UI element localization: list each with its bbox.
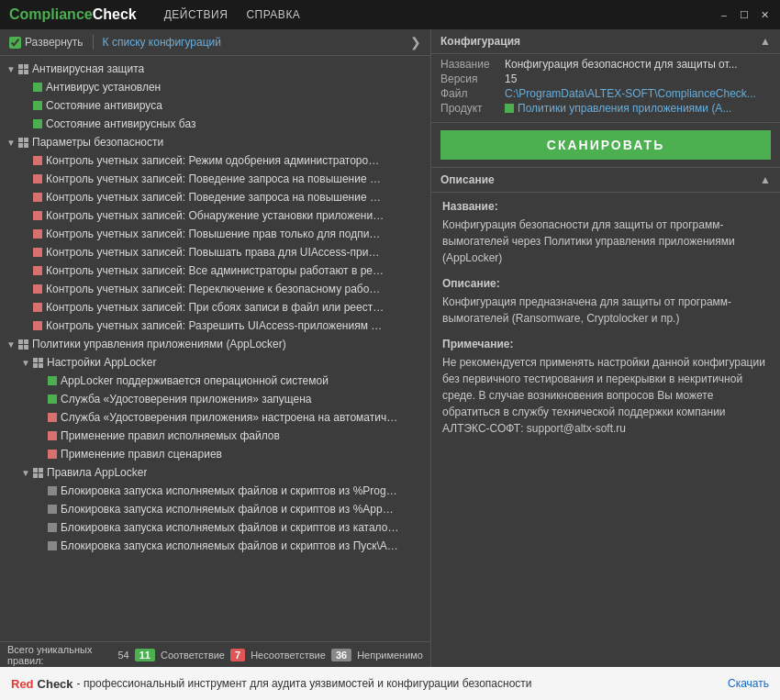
tree-label: Блокировка запуска исполняемых файлов и … (61, 503, 400, 516)
tree-toggle-icon: ▼ (20, 467, 31, 478)
brand-red: Red (11, 677, 34, 691)
tree-toggle-icon (20, 82, 31, 93)
expand-checkbox-input[interactable] (9, 37, 21, 49)
config-row: ПродуктПолитики управления приложениями … (440, 102, 771, 115)
tree-toggle-icon (35, 485, 46, 496)
tree-toggle-icon: ▼ (6, 339, 17, 350)
tree-item[interactable]: Антивирус установлен (0, 78, 430, 96)
tree-item[interactable]: Применение правил сценариев (0, 445, 430, 463)
back-link[interactable]: К списку конфигураций (103, 36, 221, 49)
tree-label: Контроль учетных записей: Поведение запр… (46, 172, 385, 185)
status-icon (48, 523, 57, 532)
tree-item[interactable]: Контроль учетных записей: Обнаружение ус… (0, 206, 430, 225)
tree-label: Контроль учетных записей: Режим одобрени… (46, 154, 385, 167)
tree-toggle-icon (35, 540, 46, 551)
tree-container[interactable]: ▼Антивирусная защитаАнтивирус установлен… (0, 56, 430, 641)
tree-label: Контроль учетных записей: Разрешить UIAc… (46, 319, 385, 332)
group-icon (18, 138, 28, 148)
menu-help[interactable]: СПРАВКА (246, 8, 300, 21)
tree-toggle-icon: ▼ (20, 357, 31, 368)
maximize-button[interactable]: ☐ (738, 8, 751, 21)
tree-item[interactable]: ▼Настройки AppLocker (0, 353, 430, 372)
total-label: Всего уникальных правил: (7, 644, 112, 666)
tree-item[interactable]: Блокировка запуска исполняемых файлов и … (0, 537, 430, 555)
tree-item[interactable]: Контроль учетных записей: Режим одобрени… (0, 151, 430, 170)
status-icon (48, 431, 57, 440)
tree-item[interactable]: Блокировка запуска исполняемых файлов и … (0, 518, 430, 537)
config-section: Конфигурация ▲ НазваниеКонфигурация безо… (431, 29, 780, 123)
tree-toggle-icon (35, 430, 46, 441)
status-icon (33, 284, 42, 294)
config-key: Продукт (440, 102, 505, 115)
notapplicable-label: Неприменимо (357, 650, 423, 661)
tree-item[interactable]: AppLocker поддерживается операционной си… (0, 372, 430, 390)
tree-item[interactable]: ▼Параметры безопасности (0, 133, 430, 151)
tree-item[interactable]: Состояние антивируса (0, 96, 430, 115)
config-row: ФайлC:\ProgramData\ALTEX-SOFT\Compliance… (440, 87, 771, 100)
tree-item[interactable]: Состояние антивирусных баз (0, 115, 430, 133)
title-bar-controls: – ☐ ✕ (718, 8, 771, 21)
tree-item[interactable]: Служба «Удостоверения приложения» запуще… (0, 390, 430, 408)
close-button[interactable]: ✕ (758, 8, 771, 21)
tree-item[interactable]: Контроль учетных записей: Все администра… (0, 261, 430, 280)
tree-item[interactable]: ▼Правила AppLocker (0, 463, 430, 482)
desc-block: Примечание:Не рекомендуется применять на… (442, 338, 769, 437)
tree-toggle-icon (35, 375, 46, 386)
config-key: Файл (440, 87, 505, 100)
download-link[interactable]: Скачать (728, 677, 769, 690)
tree-toggle-icon (20, 302, 31, 313)
noncompliance-badge: 7 (230, 649, 245, 661)
status-icon (33, 229, 42, 239)
tree-item[interactable]: Контроль учетных записей: Переключение к… (0, 280, 430, 298)
minimize-button[interactable]: – (718, 8, 730, 21)
tree-label: Служба «Удостоверения приложения» настро… (61, 411, 400, 424)
group-icon (18, 64, 28, 74)
tree-item[interactable]: Контроль учетных записей: При сбоях запи… (0, 298, 430, 317)
toolbar-divider (93, 35, 94, 50)
tree-item[interactable]: Контроль учетных записей: Повышение прав… (0, 225, 430, 243)
config-collapse-icon[interactable]: ▲ (760, 35, 771, 48)
tree-label: Контроль учетных записей: Повышение прав… (46, 228, 385, 240)
tree-item[interactable]: Контроль учетных записей: Поведение запр… (0, 188, 430, 206)
menu-actions[interactable]: ДЕЙСТВИЯ (164, 8, 228, 21)
desc-block: Название:Конфигурация безопасности для з… (442, 200, 769, 266)
tree-item[interactable]: Блокировка запуска исполняемых файлов и … (0, 500, 430, 518)
tree-label: Состояние антивирусных баз (46, 117, 195, 130)
status-icon (48, 450, 57, 459)
status-icon (33, 119, 42, 128)
status-icon (33, 101, 42, 110)
tree-item[interactable]: Контроль учетных записей: Поведение запр… (0, 170, 430, 188)
config-value[interactable]: C:\ProgramData\ALTEX-SOFT\ComplianceChec… (505, 87, 771, 100)
bottom-text: - профессиональный инструмент для аудита… (77, 677, 532, 690)
desc-block-text: Конфигурация предназначена для защиты от… (442, 294, 769, 327)
desc-block: Описание:Конфигурация предназначена для … (442, 277, 769, 327)
tree-item[interactable]: Контроль учетных записей: Разрешить UIAc… (0, 317, 430, 335)
tree-item[interactable]: Контроль учетных записей: Повышать права… (0, 243, 430, 261)
tree-label: Контроль учетных записей: Поведение запр… (46, 191, 385, 204)
tree-item[interactable]: Применение правил исполняемых файлов (0, 427, 430, 445)
logo-compliance: Compliance (9, 6, 93, 23)
config-row: НазваниеКонфигурация безопасности для за… (440, 58, 771, 71)
tree-label: Контроль учетных записей: При сбоях запи… (46, 301, 385, 314)
config-value[interactable]: Политики управления приложениями (А... (505, 102, 771, 115)
tree-label: Состояние антивируса (46, 99, 162, 112)
tree-label: Блокировка запуска исполняемых файлов и … (61, 484, 400, 497)
tree-toggle-icon (20, 228, 31, 239)
config-val-link[interactable]: Политики управления приложениями (А... (518, 102, 731, 115)
tree-toggle-icon (35, 504, 46, 515)
tree-label: Параметры безопасности (32, 136, 163, 149)
compliance-badge: 11 (135, 649, 155, 661)
tree-toggle-icon (35, 449, 46, 460)
tree-item[interactable]: Блокировка запуска исполняемых файлов и … (0, 482, 430, 500)
tree-toggle-icon (35, 412, 46, 423)
tree-item[interactable]: Служба «Удостоверения приложения» настро… (0, 408, 430, 427)
tree-toggle-icon: ▼ (6, 137, 17, 148)
tree-item[interactable]: ▼Политики управления приложениями (AppLo… (0, 335, 430, 353)
config-key: Версия (440, 72, 505, 85)
expand-checkbox[interactable]: Развернуть (9, 36, 84, 49)
green-dot-icon (505, 104, 514, 113)
desc-collapse-icon[interactable]: ▲ (760, 173, 771, 186)
scan-button[interactable]: СКАНИРОВАТЬ (440, 130, 771, 160)
tree-item[interactable]: ▼Антивирусная защита (0, 60, 430, 78)
bottom-bar: Red Check - профессиональный инструмент … (0, 667, 780, 700)
